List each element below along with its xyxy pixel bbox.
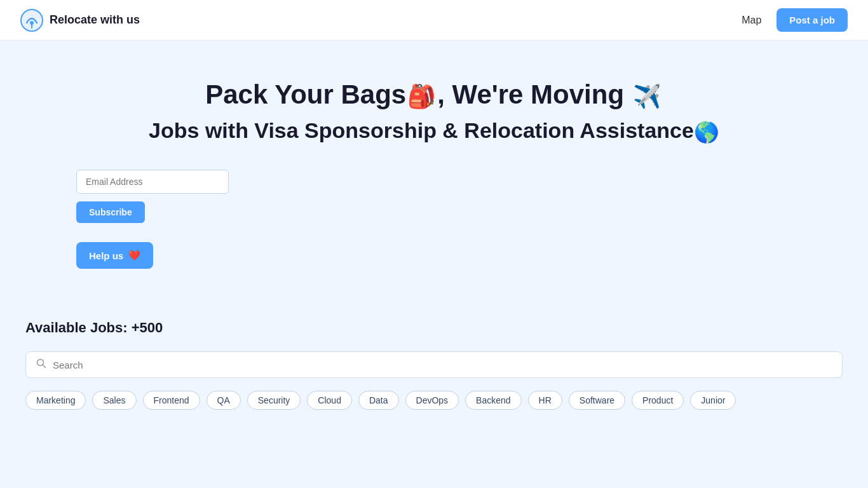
help-button[interactable]: Help us ❤️ — [76, 242, 153, 269]
hero-subtitle: Jobs with Visa Sponsorship & Relocation … — [25, 118, 843, 144]
email-form: Subscribe — [76, 170, 241, 223]
subscribe-button[interactable]: Subscribe — [76, 201, 145, 223]
plane-emoji: ✈️ — [633, 83, 661, 109]
tag-sales[interactable]: Sales — [92, 391, 136, 410]
email-input[interactable] — [76, 170, 229, 194]
jobs-section: Available Jobs: +500 MarketingSalesFront… — [25, 320, 843, 410]
available-jobs-label: Available Jobs: +500 — [25, 320, 843, 336]
tag-junior[interactable]: Junior — [690, 391, 736, 410]
tag-cloud[interactable]: Cloud — [307, 391, 352, 410]
svg-line-4 — [43, 365, 46, 368]
tag-security[interactable]: Security — [247, 391, 301, 410]
post-job-button[interactable]: Post a job — [776, 8, 848, 32]
help-section: Help us ❤️ — [76, 242, 843, 269]
hero-title: Pack Your Bags🎒, We're Moving ✈️ — [25, 79, 843, 111]
logo[interactable]: Relocate with us — [20, 9, 140, 32]
heart-icon: ❤️ — [128, 250, 140, 261]
search-icon — [36, 358, 46, 371]
search-box — [25, 351, 843, 378]
tag-backend[interactable]: Backend — [465, 391, 521, 410]
hero-section: Pack Your Bags🎒, We're Moving ✈️ Jobs wi… — [25, 79, 843, 144]
tag-software[interactable]: Software — [569, 391, 625, 410]
tags-row: MarketingSalesFrontendQASecurityCloudDat… — [25, 391, 843, 410]
logo-text: Relocate with us — [50, 13, 140, 27]
bags-emoji: 🎒 — [407, 83, 436, 109]
tag-devops[interactable]: DevOps — [405, 391, 459, 410]
tag-marketing[interactable]: Marketing — [25, 391, 86, 410]
search-input[interactable] — [53, 360, 832, 370]
logo-icon — [20, 9, 43, 32]
navigation: Map Post a job — [742, 8, 848, 32]
tag-hr[interactable]: HR — [528, 391, 562, 410]
tag-qa[interactable]: QA — [207, 391, 241, 410]
tag-data[interactable]: Data — [358, 391, 399, 410]
tag-frontend[interactable]: Frontend — [143, 391, 200, 410]
tag-product[interactable]: Product — [632, 391, 684, 410]
help-label: Help us — [89, 250, 123, 261]
globe-emoji: 🌎 — [694, 121, 719, 144]
map-link[interactable]: Map — [742, 15, 761, 26]
